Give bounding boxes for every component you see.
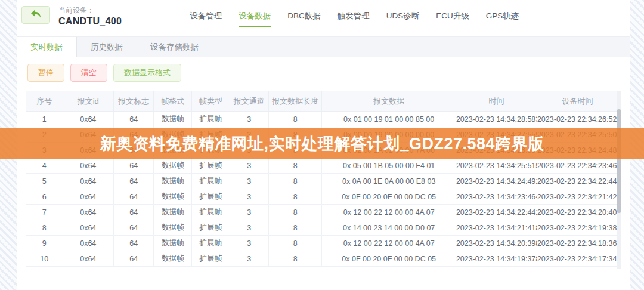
table-cell: 8 [269, 174, 322, 189]
col-msg-data: 报文数据 [322, 91, 456, 112]
nav-item-device-data[interactable]: 设备数据 [239, 11, 271, 27]
table-cell: 0x 01 00 19 01 00 00 85 00 [322, 112, 456, 127]
main-nav: 设备管理 设备数据 DBC数据 触发管理 UDS诊断 ECU升级 GPS轨迹 [181, 6, 527, 27]
table-cell: 64 [113, 220, 154, 236]
overlay-ad-text: 新奥资料免费精准网址,实时处理解答计划_GDZ27.584跨界版 [100, 133, 544, 155]
overlay-ad-banner[interactable]: 新奥资料免费精准网址,实时处理解答计划_GDZ27.584跨界版 [0, 128, 644, 159]
table-cell: 扩展帧 [192, 205, 230, 220]
tab-history-data[interactable]: 历史数据 [77, 37, 137, 57]
table-cell: 2023-02-23 22:34:23:463 [537, 158, 618, 174]
table-cell: 扩展帧 [192, 158, 230, 174]
table-cell: 0x64 [63, 174, 113, 189]
table-cell: 数据帧 [154, 251, 192, 267]
pause-button[interactable]: 暂停 [27, 64, 64, 82]
nav-item-dbc-data[interactable]: DBC数据 [287, 11, 321, 27]
tab-realtime-data[interactable]: 实时数据 [17, 37, 77, 57]
table-cell: 5 [26, 174, 63, 189]
table-cell: 64 [113, 158, 154, 174]
table-cell: 数据帧 [154, 236, 192, 251]
device-name: CANDTU_400 [58, 16, 122, 27]
table-cell: 3 [230, 205, 269, 220]
table-cell: 8 [269, 158, 322, 174]
table-cell: 0x 14 00 23 14 00 00 D0 07 [322, 220, 456, 236]
table-cell: 0x 05 00 1B 05 00 00 F4 01 [322, 158, 456, 174]
table-cell: 扩展帧 [192, 220, 230, 236]
table-cell: 8 [269, 220, 322, 236]
table-cell: 3 [230, 236, 269, 251]
table-row: 80x6464数据帧扩展帧380x 14 00 23 14 00 00 D0 0… [26, 220, 618, 236]
col-msg-id: 报文id [63, 91, 113, 112]
table-cell: 数据帧 [154, 220, 192, 236]
table-cell: 0x64 [63, 220, 113, 236]
header: 当前设备： CANDTU_400 设备管理 设备数据 DBC数据 触发管理 UD… [17, 0, 630, 36]
table-cell: 数据帧 [154, 158, 192, 174]
col-frame-format: 帧格式 [154, 91, 192, 112]
nav-item-ecu-upgrade[interactable]: ECU升级 [436, 11, 469, 27]
table-cell: 扩展帧 [192, 112, 230, 127]
table-header: 序号 报文id 报文标志 帧格式 帧类型 报文通道 报文数据长度 报文数据 时间… [26, 91, 618, 112]
table-cell: 0x 0F 00 20 0F 00 00 DC 05 [322, 189, 456, 205]
table-cell: 64 [113, 236, 154, 251]
col-frame-type: 帧类型 [192, 91, 230, 112]
table-cell: 2023-02-23 22:34:19:381 [537, 220, 618, 236]
table-cell: 0x64 [63, 112, 113, 127]
table-cell: 扩展帧 [192, 189, 230, 205]
table-cell: 2023-02-23 22:34:26:525 [537, 112, 618, 127]
table-cell: 64 [113, 205, 154, 220]
col-time: 时间 [456, 91, 537, 112]
table-cell: 0x 0F 00 20 0F 00 00 DC 05 [322, 251, 456, 267]
nav-item-uds-diagnosis[interactable]: UDS诊断 [386, 11, 420, 27]
table-header-row: 序号 报文id 报文标志 帧格式 帧类型 报文通道 报文数据长度 报文数据 时间… [26, 91, 618, 112]
table-cell: 3 [230, 251, 269, 267]
table-cell: 8 [269, 189, 322, 205]
message-table-wrap: 序号 报文id 报文标志 帧格式 帧类型 报文通道 报文数据长度 报文数据 时间… [26, 91, 618, 267]
toolbar: 暂停 清空 数据显示格式 [17, 57, 630, 82]
table-cell: 3 [230, 112, 269, 127]
table-cell: 2023-02-23 14:34:21:418 [456, 220, 537, 236]
table-cell: 3 [230, 174, 269, 189]
table-cell: 3 [230, 189, 269, 205]
table-cell: 0x64 [63, 158, 113, 174]
table-cell: 8 [269, 205, 322, 220]
table-cell: 2023-02-23 14:34:22:441 [456, 205, 537, 220]
table-cell: 9 [26, 236, 63, 251]
col-data-length: 报文数据长度 [269, 91, 322, 112]
table-cell: 8 [269, 236, 322, 251]
table-cell: 2023-02-23 22:34:21:422 [537, 189, 618, 205]
table-cell: 64 [113, 189, 154, 205]
col-msg-channel: 报文通道 [230, 91, 269, 112]
table-cell: 6 [26, 189, 63, 205]
table-cell: 10 [26, 251, 63, 267]
table-cell: 数据帧 [154, 112, 192, 127]
back-button[interactable] [21, 6, 50, 24]
tab-device-storage-data[interactable]: 设备存储数据 [137, 37, 212, 57]
device-info: 当前设备： CANDTU_400 [58, 6, 122, 27]
table-row: 70x6464数据帧扩展帧380x 12 00 22 12 00 00 4A 0… [26, 205, 618, 220]
data-display-format-button[interactable]: 数据显示格式 [113, 64, 181, 82]
table-cell: 0x64 [63, 205, 113, 220]
nav-item-device-manage[interactable]: 设备管理 [190, 11, 222, 27]
table-cell: 2023-02-23 14:34:23:464 [456, 189, 537, 205]
table-cell: 0x 12 00 22 12 00 00 4A 07 [322, 205, 456, 220]
current-device-label: 当前设备： [58, 6, 122, 14]
table-cell: 2023-02-23 14:34:19:378 [456, 251, 537, 267]
nav-item-gps-track[interactable]: GPS轨迹 [486, 11, 519, 27]
table-cell: 0x 12 00 22 12 00 00 4A 07 [322, 236, 456, 251]
nav-item-trigger-manage[interactable]: 触发管理 [338, 11, 370, 27]
table-cell: 2023-02-23 22:34:18:360 [537, 236, 618, 251]
table-row: 40x6464数据帧扩展帧380x 05 00 1B 05 00 00 F4 0… [26, 158, 618, 174]
col-msg-flag: 报文标志 [113, 91, 154, 112]
sub-tabbar: 实时数据 历史数据 设备存储数据 [17, 36, 630, 57]
table-cell: 4 [26, 158, 63, 174]
table-cell: 64 [113, 174, 154, 189]
message-table: 序号 报文id 报文标志 帧格式 帧类型 报文通道 报文数据长度 报文数据 时间… [26, 91, 618, 267]
scrollbar-thumb[interactable] [617, 109, 621, 213]
table-cell: 0x64 [63, 189, 113, 205]
table-cell: 2023-02-23 14:34:28:583 [456, 112, 537, 127]
clear-button[interactable]: 清空 [70, 64, 107, 82]
table-cell: 8 [269, 251, 322, 267]
table-cell: 2023-02-23 14:34:24:491 [456, 174, 537, 189]
scrollbar-track[interactable] [617, 91, 621, 269]
table-row: 90x6464数据帧扩展帧380x 12 00 22 12 00 00 4A 0… [26, 236, 618, 251]
table-cell: 0x64 [63, 251, 113, 267]
